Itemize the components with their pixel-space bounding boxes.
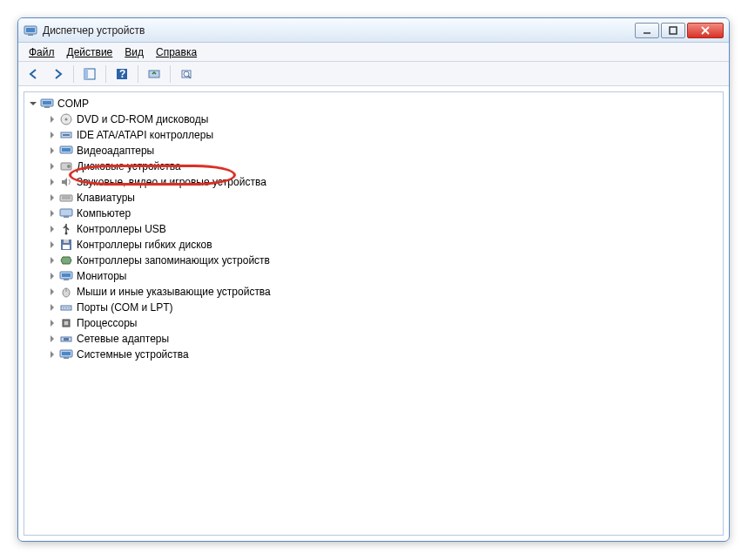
close-button[interactable] <box>687 23 724 38</box>
tree-node-computer[interactable]: Компьютер <box>45 206 721 221</box>
menu-help[interactable]: Справка <box>151 44 202 60</box>
expand-icon[interactable] <box>47 177 57 187</box>
tree-node-label: Мыши и иные указывающие устройства <box>77 286 271 298</box>
svg-rect-1 <box>26 28 35 32</box>
tree-node-label: Сетевые адаптеры <box>77 333 169 345</box>
tree-node-label: Контроллеры USB <box>77 223 166 235</box>
window-title: Диспетчер устройств <box>43 24 635 37</box>
system-icon <box>59 347 73 361</box>
computer-icon <box>40 97 54 111</box>
ide-icon <box>59 128 73 142</box>
back-button[interactable] <box>24 64 44 84</box>
tree-node-ide[interactable]: IDE ATA/ATAPI контроллеры <box>45 127 721 143</box>
expand-icon[interactable] <box>47 224 57 234</box>
tree-node-system[interactable]: Системные устройства <box>45 347 721 362</box>
scan-hardware-button[interactable] <box>144 64 165 84</box>
menu-file[interactable]: Файл <box>24 44 60 60</box>
expand-icon[interactable] <box>47 192 57 203</box>
expand-icon[interactable] <box>47 114 57 125</box>
tree-root[interactable]: COMP <box>26 96 721 111</box>
svg-point-31 <box>65 233 68 235</box>
mouse-icon <box>59 285 73 299</box>
help-button[interactable]: ? <box>111 64 132 84</box>
svg-text:?: ? <box>119 68 125 80</box>
tree-root-label: COMP <box>57 98 89 110</box>
tree-node-video[interactable]: Видеоадаптеры <box>45 143 721 159</box>
svg-point-42 <box>65 307 66 308</box>
device-manager-window: Диспетчер устройств Файл Действие Вид Сп… <box>17 17 730 542</box>
minimize-button[interactable] <box>635 23 659 38</box>
tree-node-usb[interactable]: Контроллеры USB <box>45 221 721 237</box>
network-icon <box>59 332 73 346</box>
svg-point-41 <box>63 307 64 308</box>
expand-icon[interactable] <box>47 349 57 360</box>
svg-rect-50 <box>64 357 69 359</box>
show-hide-tree-button[interactable] <box>79 64 100 84</box>
app-icon <box>24 24 37 37</box>
tree-node-label: Мониторы <box>77 270 126 282</box>
expand-icon[interactable] <box>47 145 57 156</box>
toolbar-separator <box>138 65 138 83</box>
maximize-button[interactable] <box>661 23 685 38</box>
tree-node-storage[interactable]: Контроллеры запоминающих устройств <box>45 253 721 268</box>
svg-rect-45 <box>64 321 68 325</box>
tree-node-floppy[interactable]: Контроллеры гибких дисков <box>45 237 721 253</box>
tree-node-label: Видеоадаптеры <box>77 145 154 157</box>
tree-node-monitor[interactable]: Мониторы <box>45 268 721 284</box>
svg-rect-33 <box>64 240 69 243</box>
svg-rect-17 <box>44 106 50 108</box>
forward-button[interactable] <box>47 64 68 84</box>
floppy-icon <box>59 238 73 252</box>
collapse-icon[interactable] <box>28 98 38 109</box>
menu-view[interactable]: Вид <box>119 44 149 60</box>
tree-node-dvd[interactable]: DVD и CD-ROM дисководы <box>45 111 721 127</box>
tree-node-sound[interactable]: Звуковые, видео и игровые устройства <box>45 174 721 190</box>
device-tree: COMP DVD и CD-ROM дисководыIDE ATA/ATAPI… <box>26 96 721 362</box>
tree-node-network[interactable]: Сетевые адаптеры <box>45 331 721 347</box>
menu-action[interactable]: Действие <box>62 44 118 60</box>
tree-node-mouse[interactable]: Мыши и иные указывающие устройства <box>45 284 721 300</box>
toolbar: ? <box>18 62 729 86</box>
svg-point-25 <box>67 165 71 168</box>
titlebar[interactable]: Диспетчер устройств <box>18 18 729 43</box>
properties-button[interactable] <box>176 64 197 84</box>
computer-icon <box>59 206 73 220</box>
tree-node-label: Клавиатуры <box>77 192 135 204</box>
tree-node-disk[interactable]: Дисковые устройства <box>45 159 721 174</box>
expand-icon[interactable] <box>47 318 57 328</box>
video-icon <box>59 144 73 158</box>
expand-icon[interactable] <box>47 240 57 250</box>
tree-node-ports[interactable]: Порты (COM и LPT) <box>45 300 721 315</box>
tree-node-label: Системные устройства <box>77 348 189 361</box>
svg-rect-49 <box>62 352 71 355</box>
tree-node-cpu[interactable]: Процессоры <box>45 315 721 331</box>
device-tree-panel[interactable]: COMP DVD и CD-ROM дисководыIDE ATA/ATAPI… <box>24 91 724 536</box>
expand-icon[interactable] <box>47 161 57 172</box>
tree-node-keyboard[interactable]: Клавиатуры <box>45 190 721 206</box>
tree-node-label: DVD и CD-ROM дисководы <box>77 113 208 125</box>
expand-icon[interactable] <box>47 287 57 297</box>
expand-icon[interactable] <box>47 302 57 313</box>
keyboard-icon <box>59 191 73 205</box>
svg-rect-37 <box>64 279 69 280</box>
ports-icon <box>59 300 73 314</box>
svg-rect-21 <box>63 134 70 136</box>
expand-icon[interactable] <box>47 130 57 140</box>
toolbar-separator <box>73 65 74 83</box>
window-controls <box>635 23 724 38</box>
cpu-icon <box>59 316 73 330</box>
tree-node-label: Компьютер <box>77 207 131 219</box>
svg-point-43 <box>68 307 69 308</box>
expand-icon[interactable] <box>47 271 57 281</box>
monitor-icon <box>59 269 73 283</box>
expand-icon[interactable] <box>47 208 57 219</box>
svg-rect-30 <box>64 216 69 218</box>
tree-node-label: Порты (COM и LPT) <box>77 301 173 314</box>
svg-point-19 <box>65 118 68 121</box>
toolbar-separator <box>170 65 171 83</box>
expand-icon[interactable] <box>47 334 57 344</box>
tree-node-label: Процессоры <box>77 317 138 329</box>
expand-icon[interactable] <box>47 255 57 266</box>
svg-rect-47 <box>64 338 69 341</box>
storage-icon <box>59 253 73 267</box>
